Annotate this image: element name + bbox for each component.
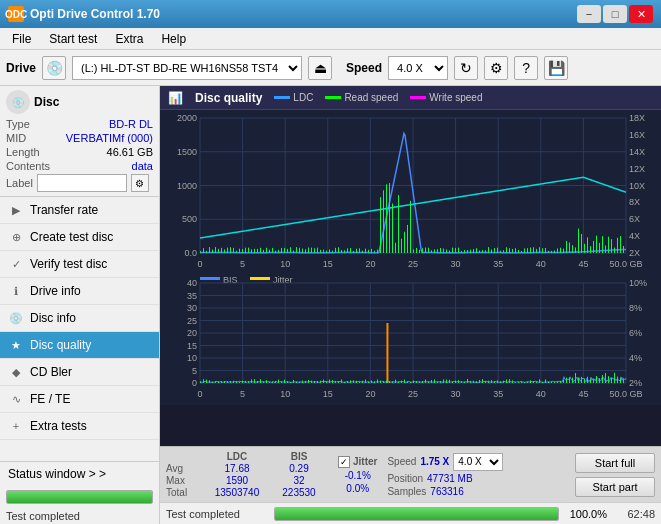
menu-file[interactable]: File <box>4 30 39 48</box>
chart-header-icon: 📊 <box>168 91 183 105</box>
disc-label-btn[interactable]: ⚙ <box>131 174 149 192</box>
main-layout: 💿 Disc Type BD-R DL MID VERBATIMf (000) … <box>0 86 661 524</box>
max-ldc: 1590 <box>208 475 266 486</box>
app-icon: ODC <box>8 6 24 22</box>
disc-length-row: Length 46.61 GB <box>6 146 153 158</box>
disc-info-icon: 💿 <box>8 310 24 326</box>
help-button[interactable]: ? <box>514 56 538 80</box>
samples-key: Samples <box>387 486 426 497</box>
avg-bis: 0.29 <box>270 463 328 474</box>
charts-container <box>160 110 661 446</box>
max-bis: 32 <box>270 475 328 486</box>
drive-select[interactable]: (L:) HL-DT-ST BD-RE WH16NS58 TST4 <box>72 56 302 80</box>
jitter-section: ✓ Jitter -0.1% 0.0% <box>338 456 377 494</box>
legend-ldc: LDC <box>274 92 313 103</box>
status-window-button[interactable]: Status window > > <box>0 462 159 486</box>
nav-container: ▶ Transfer rate ⊕ Create test disc ✓ Ver… <box>0 197 159 440</box>
close-button[interactable]: ✕ <box>629 5 653 23</box>
disc-quality-label: Disc quality <box>30 338 91 352</box>
transfer-rate-label: Transfer rate <box>30 203 98 217</box>
total-ldc: 13503740 <box>208 487 266 498</box>
sidebar-status-text: Test completed <box>0 508 159 524</box>
start-full-button[interactable]: Start full <box>575 453 655 473</box>
bottom-chart <box>160 275 661 405</box>
start-part-button[interactable]: Start part <box>575 477 655 497</box>
sidebar-progress-fill <box>7 491 152 503</box>
sidebar-item-create-test-disc[interactable]: ⊕ Create test disc <box>0 224 159 251</box>
settings-button[interactable]: ⚙ <box>484 56 508 80</box>
samples-row: Samples 763316 <box>387 486 503 497</box>
sidebar-item-extra-tests[interactable]: + Extra tests <box>0 413 159 440</box>
sidebar-item-disc-quality[interactable]: ★ Disc quality <box>0 332 159 359</box>
disc-label-row: Label ⚙ <box>6 174 153 192</box>
verify-test-disc-label: Verify test disc <box>30 257 107 271</box>
eject-button[interactable]: ⏏ <box>308 56 332 80</box>
sidebar-item-drive-info[interactable]: ℹ Drive info <box>0 278 159 305</box>
speed-select-stats[interactable]: 4.0 X <box>453 453 503 471</box>
maximize-button[interactable]: □ <box>603 5 627 23</box>
legend-read: Read speed <box>325 92 398 103</box>
toolbar: Drive 💿 (L:) HL-DT-ST BD-RE WH16NS58 TST… <box>0 50 661 86</box>
legend-write: Write speed <box>410 92 482 103</box>
extra-tests-icon: + <box>8 418 24 434</box>
speed-select[interactable]: 4.0 X <box>388 56 448 80</box>
disc-label-input[interactable] <box>37 174 127 192</box>
drive-icon-btn[interactable]: 💿 <box>42 56 66 80</box>
chart-title: Disc quality <box>195 91 262 105</box>
menu-start-test[interactable]: Start test <box>41 30 105 48</box>
create-test-disc-label: Create test disc <box>30 230 113 244</box>
menu-extra[interactable]: Extra <box>107 30 151 48</box>
sidebar: 💿 Disc Type BD-R DL MID VERBATIMf (000) … <box>0 86 160 524</box>
disc-type-key: Type <box>6 118 30 130</box>
action-buttons: Start full Start part <box>575 453 655 497</box>
position-val: 47731 MB <box>427 473 473 484</box>
minimize-button[interactable]: − <box>577 5 601 23</box>
save-button[interactable]: 💾 <box>544 56 568 80</box>
legend-write-color <box>410 96 426 99</box>
bottom-progress-fill <box>275 508 558 520</box>
sidebar-item-verify-test-disc[interactable]: ✓ Verify test disc <box>0 251 159 278</box>
fe-te-icon: ∿ <box>8 391 24 407</box>
speed-info-row: Speed 1.75 X 4.0 X <box>387 453 503 471</box>
jitter-max: 0.0% <box>338 483 377 494</box>
menu-help[interactable]: Help <box>153 30 194 48</box>
legend-write-label: Write speed <box>429 92 482 103</box>
title-bar-controls: − □ ✕ <box>577 5 653 23</box>
disc-icon: 💿 <box>6 90 30 114</box>
jitter-checkbox[interactable]: ✓ <box>338 456 350 468</box>
jitter-label: Jitter <box>353 456 377 467</box>
title-bar: ODC Opti Drive Control 1.70 − □ ✕ <box>0 0 661 28</box>
jitter-avg: -0.1% <box>338 470 377 481</box>
position-row: Position 47731 MB <box>387 473 503 484</box>
drive-info-icon: ℹ <box>8 283 24 299</box>
total-label: Total <box>166 487 204 498</box>
disc-panel-title: Disc <box>34 95 59 109</box>
refresh-button[interactable]: ↻ <box>454 56 478 80</box>
cd-bler-icon: ◆ <box>8 364 24 380</box>
menu-bar: File Start test Extra Help <box>0 28 661 50</box>
legend-ldc-label: LDC <box>293 92 313 103</box>
main-content: 📊 Disc quality LDC Read speed Write spee… <box>160 86 661 524</box>
disc-header: 💿 Disc <box>6 90 153 114</box>
sidebar-item-transfer-rate[interactable]: ▶ Transfer rate <box>0 197 159 224</box>
stats-empty-header <box>166 451 204 462</box>
bottom-status-bar: Test completed 100.0% 62:48 <box>160 502 661 524</box>
chart-header: 📊 Disc quality LDC Read speed Write spee… <box>160 86 661 110</box>
disc-length-key: Length <box>6 146 40 158</box>
fe-te-label: FE / TE <box>30 392 70 406</box>
total-bis: 223530 <box>270 487 328 498</box>
cd-bler-label: CD Bler <box>30 365 72 379</box>
legend-read-label: Read speed <box>344 92 398 103</box>
speed-label: Speed <box>346 61 382 75</box>
sidebar-item-disc-info[interactable]: 💿 Disc info <box>0 305 159 332</box>
disc-length-val: 46.61 GB <box>107 146 153 158</box>
drive-info-label: Drive info <box>30 284 81 298</box>
position-key: Position <box>387 473 423 484</box>
title-bar-left: ODC Opti Drive Control 1.70 <box>8 6 160 22</box>
avg-label: Avg <box>166 463 204 474</box>
sidebar-item-cd-bler[interactable]: ◆ CD Bler <box>0 359 159 386</box>
top-chart <box>160 110 661 275</box>
create-test-disc-icon: ⊕ <box>8 229 24 245</box>
sidebar-item-fe-te[interactable]: ∿ FE / TE <box>0 386 159 413</box>
bottom-time: 62:48 <box>615 508 655 520</box>
